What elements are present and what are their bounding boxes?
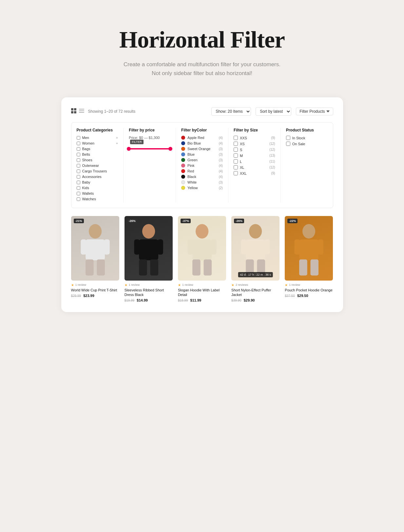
- category-item[interactable]: Belts: [77, 152, 118, 156]
- color-item[interactable]: Apple Red (4): [181, 136, 223, 140]
- filter-panel: Product Categories Men + Women + Bags Be…: [71, 122, 333, 208]
- category-checkbox[interactable]: [77, 147, 80, 151]
- size-filter-title: Filter by Size: [234, 128, 275, 132]
- color-item[interactable]: Black (4): [181, 175, 223, 179]
- size-checkbox[interactable]: [234, 159, 238, 164]
- status-item[interactable]: On Sale: [286, 142, 328, 146]
- color-count: (4): [219, 136, 223, 140]
- category-checkbox[interactable]: [77, 142, 80, 145]
- expand-icon[interactable]: +: [116, 141, 118, 145]
- category-checkbox[interactable]: [77, 169, 80, 173]
- category-filter-column: Product Categories Men + Women + Bags Be…: [77, 128, 124, 203]
- discount-badge: -26%: [127, 219, 137, 223]
- review-count: 1 review: [289, 283, 300, 286]
- color-item[interactable]: Bio Blue (4): [181, 141, 223, 145]
- category-checkbox[interactable]: [77, 153, 80, 156]
- size-item[interactable]: XXS (9): [234, 136, 275, 140]
- expand-icon[interactable]: +: [116, 136, 118, 140]
- category-checkbox[interactable]: [77, 158, 80, 162]
- star-icon: ★: [231, 283, 234, 287]
- size-checkbox[interactable]: [234, 165, 238, 169]
- color-item[interactable]: Blue (3): [181, 152, 223, 156]
- category-item[interactable]: Shoes: [77, 158, 118, 162]
- product-card[interactable]: -26% 42 d : 17 h : 22 m : 36 s ★ 2 revie…: [231, 216, 279, 302]
- svg-rect-32: [299, 240, 318, 261]
- category-item[interactable]: Men +: [77, 136, 118, 140]
- size-checkbox[interactable]: [234, 153, 238, 158]
- color-item[interactable]: Yellow (2): [181, 186, 223, 190]
- category-checkbox[interactable]: [77, 136, 80, 140]
- category-item[interactable]: Bags: [77, 147, 118, 151]
- size-count: (12): [269, 142, 275, 146]
- category-item[interactable]: Kids: [77, 186, 118, 190]
- product-image: -21%: [71, 216, 119, 280]
- status-item[interactable]: In Stock: [286, 136, 328, 140]
- category-checkbox[interactable]: [77, 197, 80, 201]
- color-count: (4): [219, 142, 223, 145]
- category-item[interactable]: Accessories: [77, 175, 118, 179]
- size-item[interactable]: XXL (9): [234, 171, 275, 175]
- category-checkbox[interactable]: [77, 186, 80, 190]
- svg-rect-4: [79, 109, 84, 109]
- toolbar-left: Showing 1–20 of 72 results: [71, 108, 136, 115]
- hero-section: Horizontal Filter Create a comfortable a…: [119, 26, 285, 78]
- list-view-icon[interactable]: [79, 108, 84, 115]
- color-item[interactable]: White (3): [181, 180, 223, 184]
- color-item[interactable]: Pink (4): [181, 164, 223, 167]
- size-item[interactable]: XL (12): [234, 165, 275, 169]
- sale-price: $29.90: [244, 298, 255, 302]
- size-label: XXL: [240, 171, 247, 175]
- category-item[interactable]: Women +: [77, 141, 118, 145]
- color-label: Apple Red: [187, 136, 204, 140]
- size-item[interactable]: XS (12): [234, 142, 275, 146]
- category-checkbox[interactable]: [77, 181, 80, 184]
- size-checkbox[interactable]: [234, 142, 238, 146]
- product-card[interactable]: -21% ★ 1 review World Wide Cup Print T-S…: [71, 216, 119, 302]
- color-item[interactable]: Sweet Orange (3): [181, 147, 223, 151]
- size-checkbox[interactable]: [234, 171, 238, 175]
- color-count: (3): [219, 181, 223, 184]
- category-checkbox[interactable]: [77, 164, 80, 167]
- color-label: Pink: [187, 164, 194, 167]
- product-card[interactable]: -26% ★ 1 review Sleeveless Ribbed Short …: [125, 216, 173, 302]
- show-items-select[interactable]: Show: 20 Items: [211, 107, 251, 116]
- size-checkbox[interactable]: [234, 136, 238, 140]
- category-checkbox[interactable]: [77, 175, 80, 179]
- color-swatch: [181, 141, 185, 145]
- price-slider-thumb-right[interactable]: [168, 147, 172, 151]
- color-filter-column: Filter byColor Apple Red (4) Bio Blue (4…: [176, 128, 228, 203]
- product-card[interactable]: -22% ★ 1 review Pouch Pocket Hoodie Oran…: [285, 216, 333, 302]
- color-swatch: [181, 152, 185, 156]
- product-card[interactable]: -37% ★ 1 review Slogan Hoodie With Label…: [178, 216, 226, 302]
- size-item[interactable]: S (12): [234, 148, 275, 152]
- category-item[interactable]: Baby: [77, 180, 118, 184]
- status-checkbox[interactable]: [286, 142, 290, 146]
- category-item[interactable]: Wallets: [77, 191, 118, 195]
- size-item[interactable]: M (13): [234, 153, 275, 158]
- sale-price: $29.50: [297, 294, 308, 298]
- status-items-list: In Stock On Sale: [286, 136, 328, 146]
- price-slider-thumb-left[interactable]: [127, 147, 131, 151]
- star-icon: ★: [178, 283, 181, 287]
- price-filter-title: Filter by price: [129, 128, 170, 132]
- grid-view-icon[interactable]: [71, 108, 76, 115]
- color-item[interactable]: Green (3): [181, 158, 223, 162]
- size-checkbox[interactable]: [234, 148, 238, 152]
- size-item[interactable]: L (11): [234, 159, 275, 164]
- filter-apply-btn[interactable]: FILTER: [130, 140, 143, 144]
- sort-select[interactable]: Sort by latest: [256, 107, 291, 116]
- product-image: -37%: [178, 216, 226, 280]
- status-checkbox[interactable]: [286, 136, 290, 140]
- price-range-text: Price: $0 — $1,300 FILTER: [129, 136, 170, 144]
- category-checkbox[interactable]: [77, 192, 80, 195]
- filter-products-button[interactable]: Filter Products: [296, 108, 333, 115]
- status-label: On Sale: [292, 142, 305, 146]
- discount-badge: -21%: [74, 219, 84, 223]
- size-label: M: [240, 154, 243, 158]
- category-item[interactable]: Outerwear: [77, 164, 118, 167]
- svg-rect-14: [139, 240, 158, 261]
- category-item[interactable]: Cargo Trousers: [77, 169, 118, 173]
- color-item[interactable]: Red (4): [181, 169, 223, 173]
- category-item[interactable]: Watches: [77, 197, 118, 201]
- price-slider[interactable]: [129, 148, 170, 149]
